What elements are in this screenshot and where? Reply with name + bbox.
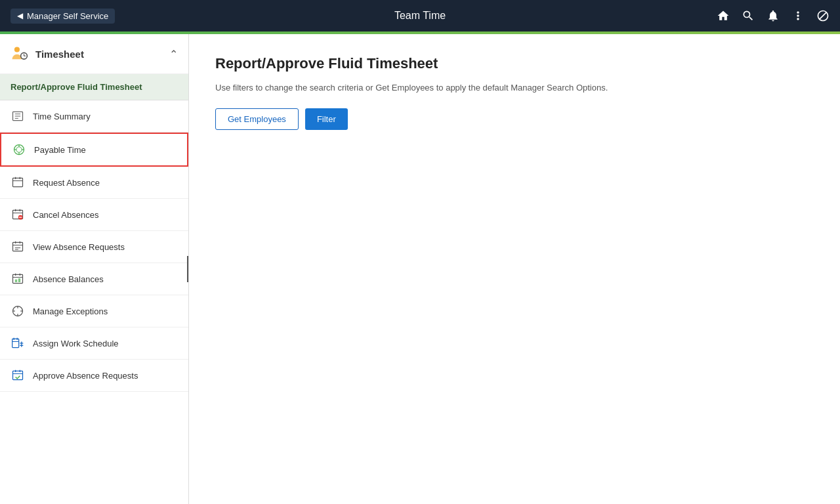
sidebar-item-absence-balances[interactable]: Absence Balances xyxy=(0,263,188,295)
svg-rect-41 xyxy=(12,339,19,347)
svg-rect-30 xyxy=(13,274,23,283)
topbar: ◀ Manager Self Service Team Time xyxy=(0,0,840,32)
sidebar-collapse-handle[interactable]: ❙❙ xyxy=(187,256,189,282)
button-row: Get Employees Filter xyxy=(215,108,814,130)
page-title: Report/Approve Fluid Timesheet xyxy=(215,55,814,72)
home-icon[interactable] xyxy=(717,9,730,22)
svg-rect-14 xyxy=(13,178,23,186)
back-button[interactable]: ◀ Manager Self Service xyxy=(10,9,115,24)
sidebar-item-label-approve-absence-requests: Approve Absence Requests xyxy=(33,371,138,381)
search-icon[interactable] xyxy=(742,9,755,22)
main-content: Report/Approve Fluid Timesheet Use filte… xyxy=(189,34,840,504)
cancel-absences-icon xyxy=(10,207,25,222)
sidebar-item-assign-work-schedule[interactable]: Assign Work Schedule xyxy=(0,327,188,360)
payable-time-icon xyxy=(12,142,26,157)
block-icon[interactable] xyxy=(816,9,830,22)
topbar-icons xyxy=(717,9,830,22)
sidebar-section-header-left: Timesheet xyxy=(10,45,84,63)
absence-balances-icon xyxy=(10,272,25,286)
sidebar-item-label-payable-time: Payable Time xyxy=(34,145,86,155)
back-label: Manager Self Service xyxy=(27,11,108,21)
sidebar-item-cancel-absences[interactable]: Cancel Absences xyxy=(0,199,188,231)
page-description: Use filters to change the search criteri… xyxy=(215,83,814,93)
sidebar-active-item[interactable]: Report/Approve Fluid Timesheet xyxy=(0,74,188,100)
sidebar-item-label-cancel-absences: Cancel Absences xyxy=(33,210,98,220)
topbar-title: Team Time xyxy=(394,10,446,22)
svg-rect-34 xyxy=(15,280,17,282)
filter-button[interactable]: Filter xyxy=(305,108,348,130)
collapse-handle-icon: ❙❙ xyxy=(187,266,189,273)
assign-work-schedule-icon xyxy=(10,336,25,350)
svg-rect-35 xyxy=(18,278,20,282)
sidebar-item-label-view-absence-requests: View Absence Requests xyxy=(33,242,125,252)
main-layout: Timesheet ⌃ Report/Approve Fluid Timeshe… xyxy=(0,34,840,504)
sidebar-item-time-summary[interactable]: Time Summary xyxy=(0,100,188,133)
sidebar-item-label-manage-exceptions: Manage Exceptions xyxy=(33,306,108,316)
approve-absence-requests-icon xyxy=(10,368,25,383)
bell-icon[interactable] xyxy=(766,9,780,22)
back-arrow-icon: ◀ xyxy=(17,11,23,20)
timesheet-section-icon xyxy=(10,45,29,63)
sidebar: Timesheet ⌃ Report/Approve Fluid Timeshe… xyxy=(0,34,189,504)
sidebar-item-label-assign-work-schedule: Assign Work Schedule xyxy=(33,339,119,348)
sidebar-item-request-absence[interactable]: Request Absence xyxy=(0,167,188,199)
request-absence-icon xyxy=(10,175,25,190)
get-employees-button[interactable]: Get Employees xyxy=(215,108,299,130)
sidebar-item-approve-absence-requests[interactable]: Approve Absence Requests xyxy=(0,360,188,392)
sidebar-item-view-absence-requests[interactable]: View Absence Requests xyxy=(0,231,188,263)
sidebar-item-manage-exceptions[interactable]: Manage Exceptions xyxy=(0,295,188,327)
view-absence-requests-icon xyxy=(10,240,25,254)
sidebar-item-payable-time[interactable]: Payable Time xyxy=(0,133,188,167)
svg-point-9 xyxy=(16,147,22,152)
chevron-up-icon[interactable]: ⌃ xyxy=(169,48,178,60)
sidebar-section-title: Timesheet xyxy=(35,49,84,60)
manage-exceptions-icon xyxy=(10,304,25,318)
more-icon[interactable] xyxy=(791,9,805,22)
svg-point-0 xyxy=(14,47,20,52)
sidebar-item-label-request-absence: Request Absence xyxy=(33,178,100,188)
sidebar-item-label-time-summary: Time Summary xyxy=(33,112,91,121)
time-summary-icon xyxy=(10,109,25,123)
sidebar-item-label-absence-balances: Absence Balances xyxy=(33,274,104,284)
sidebar-section-header: Timesheet ⌃ xyxy=(0,34,188,74)
